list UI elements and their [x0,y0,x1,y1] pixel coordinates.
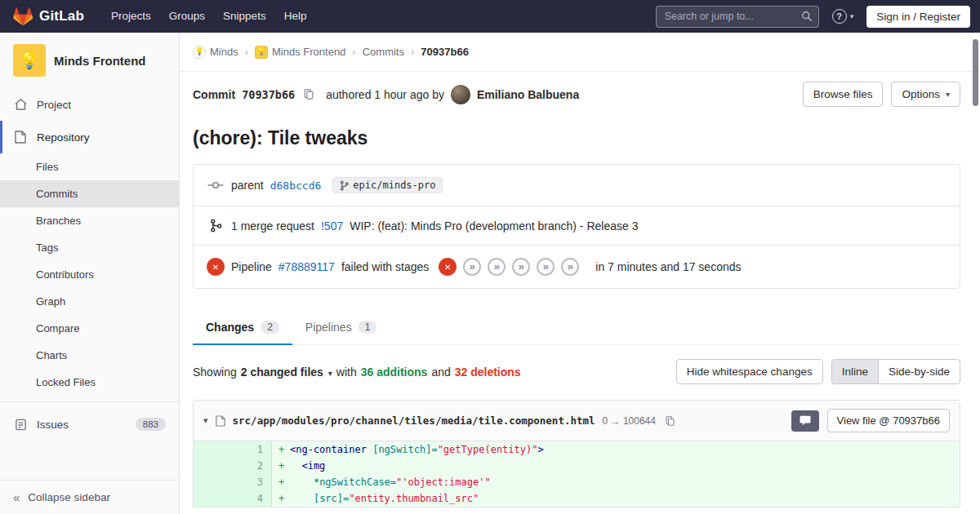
chevron-down-icon: ▾ [328,369,332,378]
sign-in-register-button[interactable]: Sign in / Register [866,6,970,28]
author-name-link[interactable]: Emiliano Balbuena [477,88,579,101]
diff-old-line-number[interactable] [194,441,233,458]
hide-whitespace-button[interactable]: Hide whitespace changes [676,359,823,384]
sidebar-project-header[interactable]: 💡 Minds Frontend [0,33,179,88]
pipeline-label: Pipeline [231,260,272,273]
pipeline-id-link[interactable]: #78889117 [278,260,335,273]
nav-link-projects[interactable]: Projects [102,0,160,33]
sidebar-item-tags[interactable]: Tags [0,234,179,261]
diff-view-toggle: Inline Side-by-side [831,359,960,384]
breadcrumb-project-link[interactable]: 💡 Minds Frontend [255,46,345,59]
diff-code-cell: + [src]="entity.thumbnail_src" [272,490,960,507]
deletions-count: 32 deletions [455,366,521,379]
pipeline-stage-failed-icon[interactable]: ✕ [439,258,457,276]
diff-code-cell: + <img [272,458,960,474]
pipeline-stage-skipped-icon[interactable]: » [537,258,555,276]
sidebar-item-compare[interactable]: Compare [0,315,179,342]
author-avatar[interactable] [451,85,470,104]
copy-sha-button[interactable] [301,88,316,100]
breadcrumb-separator-icon: › [245,46,248,58]
help-menu-button[interactable]: ? ▾ [832,9,854,24]
sidebar-item-issues[interactable]: Issues 883 [0,408,179,441]
parent-sha-link[interactable]: d68bccd6 [270,179,322,192]
merge-request-icon [207,219,225,233]
mr-title: WIP: (feat): Minds Pro (development bran… [350,219,638,233]
browse-files-button[interactable]: Browse files [803,82,884,107]
search-input[interactable] [656,6,819,28]
nav-link-help[interactable]: Help [275,0,316,33]
copy-file-path-button[interactable] [663,415,677,427]
pipelines-count-badge: 1 [359,321,377,334]
pipeline-stage-skipped-icon[interactable]: » [561,258,579,276]
view-file-button[interactable]: View file @ 70937b66 [827,409,950,432]
breadcrumb: 💡 Minds › 💡 Minds Frontend › Commits › 7… [180,33,980,72]
diff-old-line-number[interactable] [194,490,233,507]
pipeline-stage-skipped-icon[interactable]: » [488,258,506,276]
gitlab-tanuki-logo-icon [13,7,33,26]
project-mini-avatar: 💡 [255,46,268,59]
collapse-sidebar-button[interactable]: « Collapse sidebar [0,480,179,514]
scrollbar-thumb[interactable] [973,39,978,106]
copy-icon [303,88,314,100]
chevron-double-left-icon: « [13,491,20,503]
collapse-diff-caret-icon[interactable]: ▾ [203,415,208,426]
diff-file-header: ▾ src/app/modules/pro/channel/tiles/medi… [194,401,960,441]
tab-pipelines[interactable]: Pipelines 1 [292,310,390,345]
branch-ref-pill[interactable]: epic/minds-pro [332,177,443,193]
project-avatar: 💡 [13,44,46,77]
sidebar-item-repository[interactable]: Repository [0,121,179,153]
commit-icon [207,179,225,191]
pipeline-stage-skipped-icon[interactable]: » [512,258,530,276]
chevron-down-icon: ▾ [850,12,854,20]
breadcrumb-group-link[interactable]: 💡 Minds [193,46,238,59]
repo-subnav: FilesCommitsBranchesTagsContributorsGrap… [0,153,179,396]
diff-new-line-number[interactable]: 3 [233,474,272,490]
diff-code-cell: +<ng-container [ngSwitch]="getType(entit… [272,441,960,458]
issues-icon [13,419,28,431]
main-content: 💡 Minds › 💡 Minds Frontend › Commits › 7… [180,33,980,507]
nav-link-groups[interactable]: Groups [160,0,214,33]
breadcrumb-separator-icon: › [352,46,355,58]
sidebar-divider [0,401,179,402]
nav-link-snippets[interactable]: Snippets [214,0,275,33]
sidebar-item-branches[interactable]: Branches [0,207,179,234]
options-dropdown-button[interactable]: Options ▾ [891,82,960,107]
authored-text: authored 1 hour ago by [326,88,444,101]
inline-view-button[interactable]: Inline [831,359,879,384]
sidebar-item-label: Project [37,99,71,111]
gitlab-home-link[interactable]: GitLab [13,7,84,26]
sidebar-item-locked-files[interactable]: Locked Files [0,369,179,396]
commit-title: (chore): Tile tweaks [193,127,960,149]
diff-line: 4+ [src]="entity.thumbnail_src" [194,490,960,507]
mr-ref-link[interactable]: !507 [321,219,343,233]
pipeline-failed-status-icon[interactable]: ✕ [207,258,225,276]
sidebar-item-graph[interactable]: Graph [0,288,179,315]
pipeline-stage-skipped-icon[interactable]: » [463,258,481,276]
sidebar-item-contributors[interactable]: Contributors [0,261,179,288]
sidebar-item-files[interactable]: Files [0,153,179,180]
diff-new-line-number[interactable]: 2 [233,458,272,474]
diff-line: 1+<ng-container [ngSwitch]="getType(enti… [194,441,960,458]
file-path-link[interactable]: src/app/modules/pro/channel/tiles/media/… [233,414,595,427]
diff-old-line-number[interactable] [194,474,233,490]
toggle-comments-button[interactable] [791,410,819,432]
additions-count: 36 additions [361,366,428,379]
sidebar-item-charts[interactable]: Charts [0,342,179,369]
help-icon: ? [832,9,847,24]
issues-count-badge: 883 [136,418,166,431]
side-by-side-view-button[interactable]: Side-by-side [878,359,960,384]
breadcrumb-commits-link[interactable]: Commits [363,46,404,58]
diff-old-line-number[interactable] [194,458,233,474]
diff-file: ▾ src/app/modules/pro/channel/tiles/medi… [193,400,960,507]
diff-line: 3+ *ngSwitchCase="'object:image'" [194,474,960,490]
collapse-sidebar-label: Collapse sidebar [28,491,110,503]
changed-files-dropdown[interactable]: 2 changed files ▾ [241,366,332,379]
sidebar-item-project[interactable]: Project [0,88,179,121]
with-text: with [336,366,357,379]
tab-changes[interactable]: Changes 2 [193,310,292,345]
commit-info-box: parent d68bccd6 epic/minds-pro [193,164,960,289]
diff-new-line-number[interactable]: 1 [233,441,272,458]
left-sidebar: 💡 Minds Frontend Project Repository File… [0,33,180,514]
sidebar-item-commits[interactable]: Commits [0,180,179,207]
diff-new-line-number[interactable]: 4 [233,490,272,507]
